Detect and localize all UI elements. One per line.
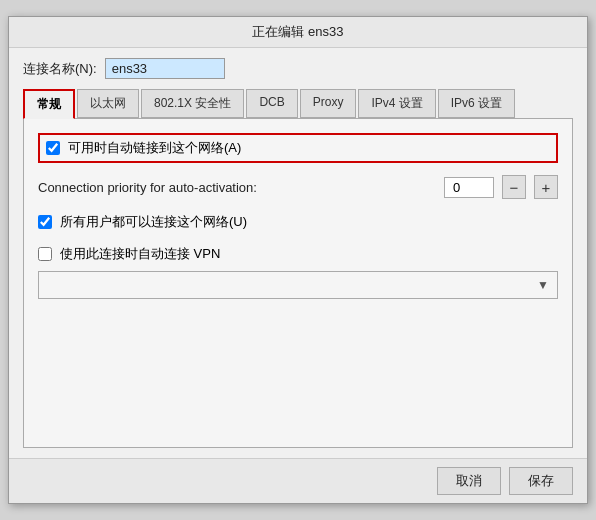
priority-plus-button[interactable]: +	[534, 175, 558, 199]
content-area: 连接名称(N): 常规 以太网 802.1X 安全性 DCB Proxy IPv…	[9, 48, 587, 458]
bottom-bar: 取消 保存	[9, 458, 587, 503]
tab-8021x[interactable]: 802.1X 安全性	[141, 89, 244, 118]
window-title: 正在编辑 ens33	[252, 24, 343, 39]
priority-minus-button[interactable]: −	[502, 175, 526, 199]
vpn-section: 使用此连接时自动连接 VPN ▼	[38, 245, 558, 299]
all-users-checkbox[interactable]	[38, 215, 52, 229]
main-window: 正在编辑 ens33 连接名称(N): 常规 以太网 802.1X 安全性 DC…	[8, 16, 588, 504]
tab-bar: 常规 以太网 802.1X 安全性 DCB Proxy IPv4 设置 IPv6…	[23, 89, 573, 118]
auto-connect-label: 可用时自动链接到这个网络(A)	[68, 139, 241, 157]
vpn-checkbox-row: 使用此连接时自动连接 VPN	[38, 245, 558, 263]
tab-ipv4[interactable]: IPv4 设置	[358, 89, 435, 118]
vpn-dropdown[interactable]: ▼	[38, 271, 558, 299]
connection-name-label: 连接名称(N):	[23, 60, 97, 78]
tab-ipv6[interactable]: IPv6 设置	[438, 89, 515, 118]
tab-general[interactable]: 常规	[23, 89, 75, 119]
auto-connect-checkbox[interactable]	[46, 141, 60, 155]
connection-name-row: 连接名称(N):	[23, 58, 573, 79]
content-spacer	[38, 299, 558, 419]
all-users-row: 所有用户都可以连接这个网络(U)	[38, 213, 558, 231]
save-button[interactable]: 保存	[509, 467, 573, 495]
priority-row: Connection priority for auto-activation:…	[38, 175, 558, 199]
connection-name-input[interactable]	[105, 58, 225, 79]
tab-proxy[interactable]: Proxy	[300, 89, 357, 118]
vpn-checkbox[interactable]	[38, 247, 52, 261]
cancel-button[interactable]: 取消	[437, 467, 501, 495]
tab-dcb[interactable]: DCB	[246, 89, 297, 118]
auto-connect-row: 可用时自动链接到这个网络(A)	[38, 133, 558, 163]
tab-content-general: 可用时自动链接到这个网络(A) Connection priority for …	[23, 118, 573, 448]
title-bar: 正在编辑 ens33	[9, 17, 587, 48]
priority-label: Connection priority for auto-activation:	[38, 180, 436, 195]
tab-ethernet[interactable]: 以太网	[77, 89, 139, 118]
priority-input[interactable]	[444, 177, 494, 198]
vpn-label: 使用此连接时自动连接 VPN	[60, 245, 220, 263]
dropdown-arrow-icon: ▼	[537, 278, 549, 292]
all-users-label: 所有用户都可以连接这个网络(U)	[60, 213, 247, 231]
